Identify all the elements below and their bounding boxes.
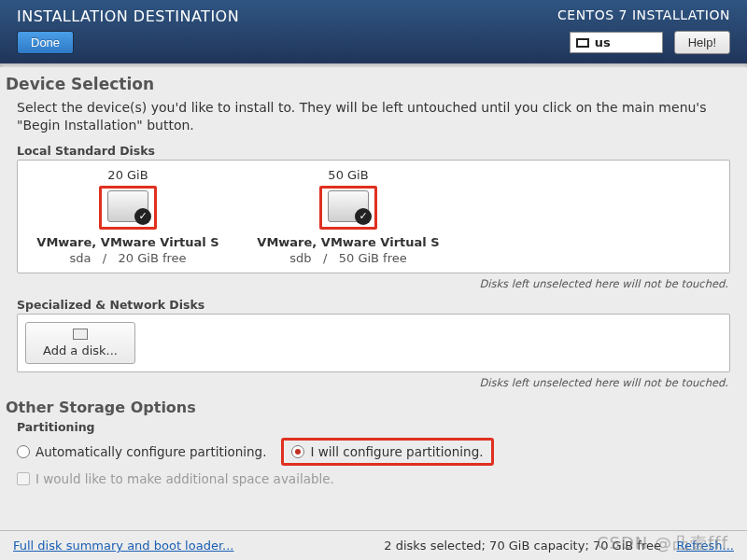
local-disks-panel: 20 GiB ✓ VMware, VMware Virtual S sda / … — [17, 160, 730, 273]
partitioning-auto-radio[interactable]: Automatically configure partitioning. — [17, 444, 266, 459]
disk-highlight-box: ✓ — [99, 186, 157, 230]
disk-device-info: sdb / 50 GiB free — [238, 251, 458, 265]
disk-free-space: 20 GiB free — [119, 251, 187, 265]
disk-add-icon — [73, 329, 88, 340]
page-title: INSTALLATION DESTINATION — [17, 7, 239, 25]
make-space-label: I would like to make additional space av… — [35, 471, 334, 486]
keyboard-layout-indicator[interactable]: us — [570, 32, 663, 53]
disk-device-name: sdb — [289, 251, 311, 265]
disk-model: VMware, VMware Virtual S — [238, 235, 458, 249]
partitioning-label: Partitioning — [17, 420, 730, 434]
add-disk-label: Add a disk... — [43, 343, 118, 357]
unselected-hint: Disks left unselected here will not be t… — [6, 376, 728, 389]
partitioning-auto-label: Automatically configure partitioning. — [35, 444, 266, 459]
installer-brand: CENTOS 7 INSTALLATION — [557, 7, 730, 22]
partitioning-manual-label: I will configure partitioning. — [310, 444, 483, 459]
header-bar: INSTALLATION DESTINATION CENTOS 7 INSTAL… — [0, 0, 747, 63]
disk-highlight-box: ✓ — [319, 186, 377, 230]
unselected-hint: Disks left unselected here will not be t… — [6, 277, 728, 290]
disk-model: VMware, VMware Virtual S — [18, 235, 238, 249]
disk-free-space: 50 GiB free — [339, 251, 407, 265]
disk-device-name: sda — [69, 251, 91, 265]
keyboard-icon — [576, 38, 589, 48]
keyboard-layout-label: us — [595, 35, 611, 49]
checkbox-icon — [17, 472, 30, 485]
disk-capacity: 50 GiB — [238, 168, 458, 182]
device-selection-heading: Device Selection — [6, 75, 741, 93]
done-button[interactable]: Done — [17, 31, 74, 54]
hard-disk-icon: ✓ — [107, 190, 148, 222]
disk-item[interactable]: 50 GiB ✓ VMware, VMware Virtual S sdb / … — [238, 168, 458, 265]
hard-disk-icon: ✓ — [328, 190, 369, 222]
disk-item[interactable]: 20 GiB ✓ VMware, VMware Virtual S sda / … — [18, 168, 238, 265]
radio-icon — [291, 445, 304, 458]
checkmark-icon: ✓ — [137, 211, 148, 222]
partitioning-manual-radio[interactable]: I will configure partitioning. — [281, 438, 493, 466]
storage-options-heading: Other Storage Options — [6, 399, 741, 416]
content-area: Device Selection Select the device(s) yo… — [0, 63, 747, 530]
footer-right: 2 disks selected; 70 GiB capacity; 70 Gi… — [384, 539, 734, 553]
help-button[interactable]: Help! — [674, 31, 730, 54]
disk-device-info: sda / 20 GiB free — [18, 251, 238, 265]
disk-capacity: 20 GiB — [18, 168, 238, 182]
specialized-disks-panel: Add a disk... — [17, 314, 730, 372]
specialized-disks-label: Specialized & Network Disks — [17, 298, 741, 312]
refresh-link[interactable]: Refresh... — [677, 539, 735, 553]
footer-bar: Full disk summary and boot loader... 2 d… — [0, 530, 747, 560]
add-disk-button[interactable]: Add a disk... — [25, 322, 135, 364]
make-space-checkbox[interactable]: I would like to make additional space av… — [17, 471, 730, 486]
device-selection-intro: Select the device(s) you'd like to insta… — [17, 99, 730, 134]
checkmark-icon: ✓ — [358, 211, 369, 222]
local-disks-label: Local Standard Disks — [17, 144, 741, 158]
disk-summary-link[interactable]: Full disk summary and boot loader... — [13, 539, 233, 553]
disk-status-text: 2 disks selected; 70 GiB capacity; 70 Gi… — [384, 539, 661, 553]
radio-icon — [17, 445, 30, 458]
